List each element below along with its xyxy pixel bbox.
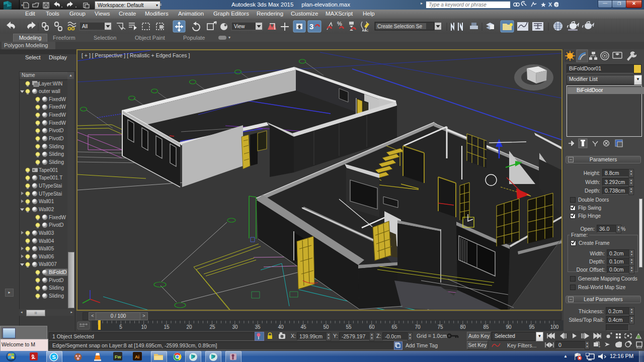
svg-text:BiFoldD: BiFoldD xyxy=(49,269,67,275)
svg-text:Wall02: Wall02 xyxy=(39,207,54,212)
svg-text:Ai: Ai xyxy=(135,354,139,359)
svg-text:Wall007: Wall007 xyxy=(39,261,57,267)
svg-text:Fw: Fw xyxy=(115,354,121,359)
svg-text:FixedW: FixedW xyxy=(49,120,66,126)
svg-text:Wall06: Wall06 xyxy=(39,254,54,259)
svg-text:Wall03: Wall03 xyxy=(39,230,54,236)
svg-text:Sliding: Sliding xyxy=(49,293,64,299)
svg-text:35: 35 xyxy=(255,324,261,330)
svg-text:PivotD: PivotD xyxy=(49,278,63,283)
svg-text:15: 15 xyxy=(164,324,170,330)
svg-text:Tape001: Tape001 xyxy=(39,167,58,173)
svg-text:55: 55 xyxy=(346,324,352,330)
svg-text:Layer:WIN: Layer:WIN xyxy=(39,81,62,86)
svg-text:20: 20 xyxy=(186,324,192,330)
svg-text:5: 5 xyxy=(119,324,122,330)
svg-text:PivotD: PivotD xyxy=(49,128,63,133)
svg-text:Sliding: Sliding xyxy=(49,144,64,149)
svg-text:+: + xyxy=(598,344,601,349)
svg-text:60: 60 xyxy=(369,324,375,330)
svg-text:30: 30 xyxy=(232,324,238,330)
svg-text:FixedW: FixedW xyxy=(49,112,66,118)
svg-text:50: 50 xyxy=(323,324,329,330)
svg-text:UTypeStai: UTypeStai xyxy=(39,183,62,189)
svg-text:outer wall: outer wall xyxy=(39,88,60,94)
svg-text:[ + ] [ Perspective ] [ Realis: [ + ] [ Perspective ] [ Realistic + Edge… xyxy=(82,52,190,58)
svg-text:S: S xyxy=(52,354,56,360)
svg-text:ABC: ABC xyxy=(362,29,369,32)
svg-text:Wall01: Wall01 xyxy=(39,199,54,204)
svg-text:X: X xyxy=(548,2,552,8)
svg-text:Sliding: Sliding xyxy=(49,285,64,291)
svg-text:45: 45 xyxy=(300,324,306,330)
svg-text:%: % xyxy=(337,21,342,27)
svg-text:PivotD: PivotD xyxy=(49,222,63,228)
svg-text:70: 70 xyxy=(415,324,421,330)
svg-text:Sliding: Sliding xyxy=(49,151,64,157)
svg-text:Tape001.T: Tape001.T xyxy=(39,175,62,180)
svg-text:FixedW: FixedW xyxy=(49,215,66,220)
svg-text:100: 100 xyxy=(550,324,559,330)
svg-text:80: 80 xyxy=(460,324,466,330)
svg-text:All: All xyxy=(82,24,88,29)
svg-text:Create Selection Se: Create Selection Se xyxy=(377,24,422,29)
svg-text:?: ? xyxy=(555,3,558,8)
svg-text:40: 40 xyxy=(278,324,284,330)
svg-text:3: 3 xyxy=(309,22,313,31)
svg-text:View: View xyxy=(234,24,245,29)
svg-text:FixedW: FixedW xyxy=(49,97,66,102)
svg-text:Wall05: Wall05 xyxy=(39,246,54,251)
svg-text:65: 65 xyxy=(391,324,397,330)
svg-text:FixedW: FixedW xyxy=(49,104,66,110)
svg-text:95: 95 xyxy=(529,324,535,330)
svg-text:90: 90 xyxy=(506,324,512,330)
svg-text:UTypeStai: UTypeStai xyxy=(39,191,62,197)
svg-text:Sliding: Sliding xyxy=(49,159,64,165)
svg-text:85: 85 xyxy=(483,324,489,330)
svg-text:Wall04: Wall04 xyxy=(39,238,54,244)
svg-text:25: 25 xyxy=(209,324,215,330)
svg-text:PivotD: PivotD xyxy=(49,136,63,141)
svg-text:75: 75 xyxy=(437,324,443,330)
svg-text:10: 10 xyxy=(141,324,147,330)
